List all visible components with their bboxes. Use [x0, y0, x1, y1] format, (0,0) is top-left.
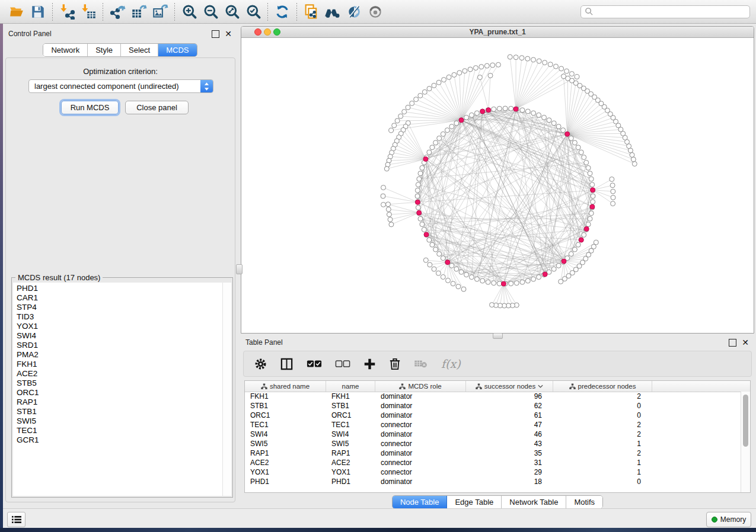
import-table-button[interactable]	[78, 2, 99, 21]
network-node-selected[interactable]	[501, 281, 506, 286]
select-all-button[interactable]	[307, 360, 322, 368]
network-node[interactable]	[542, 115, 547, 120]
search-input[interactable]	[594, 7, 746, 17]
table-row[interactable]: STB1STB1dominator620	[245, 401, 741, 411]
network-node[interactable]	[445, 128, 449, 133]
network-node[interactable]	[586, 165, 591, 170]
network-node[interactable]	[569, 72, 574, 76]
deselect-all-button[interactable]	[335, 360, 350, 368]
save-session-button[interactable]	[27, 2, 49, 21]
table-cell[interactable]: 1	[553, 440, 652, 448]
mcds-result-item[interactable]: SRD1	[17, 341, 222, 350]
table-cell[interactable]: 61	[466, 411, 553, 419]
network-node-selected[interactable]	[445, 260, 450, 265]
network-node[interactable]	[473, 66, 478, 70]
network-node[interactable]	[556, 124, 561, 129]
network-node[interactable]	[490, 63, 495, 68]
function-builder-button[interactable]: f(x)	[441, 357, 461, 370]
table-cell[interactable]: 43	[466, 440, 553, 448]
table-cell[interactable]: dominator	[375, 411, 466, 419]
column-header-predecessor-nodes[interactable]: predecessor nodes	[553, 381, 652, 392]
network-node[interactable]	[509, 106, 513, 111]
network-node-selected[interactable]	[584, 226, 589, 231]
table-cell[interactable]: FKH1	[245, 392, 326, 400]
network-node[interactable]	[569, 136, 573, 140]
network-node[interactable]	[436, 271, 441, 275]
network-node[interactable]	[384, 166, 389, 171]
network-node[interactable]	[456, 284, 461, 289]
network-node[interactable]	[590, 182, 595, 187]
delete-table-button[interactable]	[414, 359, 428, 368]
network-node[interactable]	[610, 183, 615, 188]
minimize-window-icon[interactable]	[264, 28, 271, 36]
mcds-list-scrollbar[interactable]	[222, 283, 231, 496]
mcds-result-item[interactable]: SWI5	[17, 416, 222, 426]
network-node[interactable]	[474, 277, 479, 281]
network-node[interactable]	[464, 273, 469, 277]
network-node[interactable]	[459, 270, 464, 274]
network-node[interactable]	[525, 56, 530, 61]
network-node-selected[interactable]	[459, 118, 464, 123]
network-node[interactable]	[591, 244, 596, 249]
network-node[interactable]	[432, 267, 436, 271]
network-node[interactable]	[432, 83, 436, 88]
network-node[interactable]	[632, 162, 637, 166]
network-node-selected[interactable]	[480, 109, 485, 114]
table-cell[interactable]: 96	[466, 392, 553, 400]
network-node[interactable]	[454, 121, 459, 126]
network-node[interactable]	[441, 275, 445, 280]
tab-mcds[interactable]: MCDS	[158, 44, 196, 56]
mcds-result-item[interactable]: ORC1	[17, 388, 222, 398]
table-cell[interactable]: YOX1	[326, 468, 375, 476]
network-node-selected[interactable]	[579, 238, 583, 242]
table-cell[interactable]: 31	[466, 459, 553, 467]
network-node[interactable]	[430, 145, 435, 150]
search-field[interactable]	[580, 5, 750, 18]
zoom-selected-button[interactable]	[243, 2, 264, 21]
network-node[interactable]	[395, 118, 400, 123]
table-cell[interactable]: PHD1	[326, 477, 375, 486]
network-node[interactable]	[496, 62, 500, 67]
network-node[interactable]	[576, 145, 580, 150]
mcds-result-item[interactable]: CAR1	[17, 293, 222, 303]
search-neighbors-button[interactable]	[322, 2, 343, 21]
network-node[interactable]	[486, 280, 490, 284]
table-cell[interactable]: connector	[375, 468, 466, 476]
network-node[interactable]	[462, 69, 467, 73]
network-node[interactable]	[531, 277, 536, 281]
network-node[interactable]	[418, 216, 423, 221]
apply-layout-button[interactable]	[272, 2, 293, 21]
table-settings-button[interactable]	[254, 358, 267, 370]
network-node[interactable]	[554, 64, 559, 69]
network-node[interactable]	[630, 153, 634, 158]
network-window-titlebar[interactable]: YPA_prune.txt_1	[241, 27, 754, 38]
network-node[interactable]	[547, 118, 551, 123]
network-node-selected[interactable]	[591, 188, 595, 193]
export-network-button[interactable]	[107, 2, 128, 21]
network-node[interactable]	[446, 75, 451, 79]
mcds-result-item[interactable]: GCR1	[17, 435, 222, 445]
network-node[interactable]	[561, 128, 566, 133]
table-cell[interactable]: 2	[553, 449, 652, 457]
table-cell[interactable]: SWI4	[326, 430, 375, 438]
network-node[interactable]	[464, 115, 469, 120]
network-node[interactable]	[477, 75, 482, 80]
network-node[interactable]	[427, 86, 432, 91]
tab-node-table[interactable]: Node Table	[393, 496, 448, 508]
network-node[interactable]	[420, 165, 425, 170]
network-node[interactable]	[381, 202, 386, 207]
network-node[interactable]	[611, 201, 615, 206]
network-node[interactable]	[594, 240, 598, 245]
table-cell[interactable]: 2	[553, 421, 652, 429]
network-node[interactable]	[610, 177, 614, 182]
close-window-icon[interactable]	[254, 28, 261, 36]
tab-edge-table[interactable]: Edge Table	[447, 496, 502, 508]
column-header-successor-nodes[interactable]: successor nodes	[466, 381, 553, 392]
network-node[interactable]	[503, 106, 508, 111]
table-cell[interactable]: 46	[466, 430, 553, 438]
table-row[interactable]: YOX1YOX1connector291	[245, 467, 741, 477]
network-node-selected[interactable]	[417, 210, 422, 215]
column-header-shared-name[interactable]: shared name	[245, 381, 326, 392]
network-node[interactable]	[492, 107, 496, 111]
table-cell[interactable]: connector	[375, 459, 466, 467]
